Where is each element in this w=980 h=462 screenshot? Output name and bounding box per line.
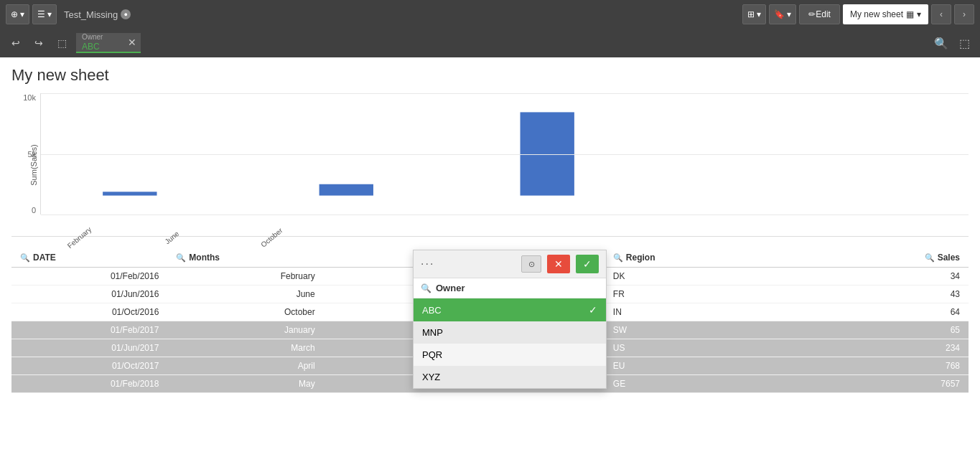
popup-item-label: PQR xyxy=(422,349,442,360)
col-header-sales: 🔍 Sales xyxy=(813,248,969,268)
filter-chip-close-icon[interactable]: ✕ xyxy=(128,37,136,48)
select-area-icon: ⊙ xyxy=(528,260,535,269)
bookmark-dropdown: ▾ xyxy=(787,9,791,19)
chevron-right-icon: › xyxy=(963,9,966,19)
bar-june xyxy=(319,184,373,196)
filter-search-button[interactable]: 🔍 xyxy=(931,33,951,53)
insights-icon: ⊞ xyxy=(747,9,755,19)
cell-region: FR xyxy=(605,286,813,303)
popup-item-label: XYZ xyxy=(422,372,440,382)
edit-label: Edit xyxy=(816,9,831,19)
filter-select-button[interactable]: ⬚ xyxy=(954,33,974,53)
months-search-icon: 🔍 xyxy=(176,253,186,263)
cell-date: 01/Jun/2017 xyxy=(11,339,167,357)
owner-filter-chip[interactable]: Owner ABC ✕ xyxy=(76,33,141,53)
popup-header: ··· ⊙ ✕ ✓ xyxy=(414,250,606,278)
popup-search-bar: 🔍 Owner xyxy=(414,278,606,298)
back-button[interactable]: ↩ xyxy=(6,33,26,53)
cancel-icon: ✕ xyxy=(554,258,563,270)
nav-next-button[interactable]: › xyxy=(954,4,974,24)
popup-search-icon: 🔍 xyxy=(421,283,431,293)
cell-months: May xyxy=(167,375,323,393)
cell-sales: 234 xyxy=(813,339,969,357)
x-label-october: October xyxy=(259,227,284,249)
popup-cancel-button[interactable]: ✕ xyxy=(547,255,570,273)
cell-sales: 64 xyxy=(813,303,969,321)
cell-date: 01/Feb/2018 xyxy=(11,375,167,393)
sheet-tab[interactable]: My new sheet ▦ ▾ xyxy=(843,4,928,24)
cell-sales: 34 xyxy=(813,268,969,286)
popup-confirm-button[interactable]: ✓ xyxy=(576,255,599,273)
bookmark-button[interactable]: 🔖 ▾ xyxy=(769,4,796,24)
lasso-button[interactable]: ⬚ xyxy=(52,33,72,53)
x-label-february: February xyxy=(66,225,93,250)
app-title: Test_Missing ● xyxy=(64,9,131,20)
grid-line-top xyxy=(41,93,969,94)
popup-field-label: Owner xyxy=(436,283,465,293)
cell-region: US xyxy=(605,339,813,357)
popup-list-item[interactable]: PQR xyxy=(414,344,606,366)
region-search-icon: 🔍 xyxy=(613,253,623,263)
cell-months: April xyxy=(167,357,323,375)
sheet-tab-dropdown: ▾ xyxy=(917,9,921,19)
list-icon: ☰ xyxy=(37,9,45,19)
cell-months: October xyxy=(167,303,323,321)
confirm-icon: ✓ xyxy=(583,258,592,270)
months-col-label: Months xyxy=(189,253,220,263)
cell-months: January xyxy=(167,321,323,339)
popup-list-item[interactable]: XYZ xyxy=(414,366,606,388)
y-axis: 10k 5k 0 xyxy=(11,93,40,214)
popup-item-label: ABC xyxy=(422,305,442,316)
popup-list: ABC ✓ MNP PQR XYZ xyxy=(414,298,606,388)
filter-chip-value: ABC xyxy=(82,42,103,52)
nav-prev-button[interactable]: ‹ xyxy=(931,4,951,24)
insights-button[interactable]: ⊞ ▾ xyxy=(742,4,766,24)
cell-date: 01/Oct/2016 xyxy=(11,303,167,321)
chevron-left-icon: ‹ xyxy=(940,9,943,19)
right-toolbar: ⊞ ▾ 🔖 ▾ ✏ Edit My new sheet ▦ ▾ ‹ › xyxy=(742,4,974,24)
bar-february xyxy=(103,192,157,195)
top-toolbar: ⊕ ▾ ☰ ▾ Test_Missing ● ⊞ ▾ 🔖 ▾ ✏ Edit My… xyxy=(0,0,980,29)
hub-icon: ⊕ xyxy=(11,9,18,19)
app-title-text: Test_Missing xyxy=(64,9,118,20)
cell-months: March xyxy=(167,339,323,357)
list-dropdown-icon: ▾ xyxy=(47,9,52,19)
y-label-10k: 10k xyxy=(23,93,36,102)
edit-button[interactable]: ✏ Edit xyxy=(799,4,840,24)
grid-line-bottom xyxy=(41,214,969,215)
cell-date: 01/Oct/2017 xyxy=(11,357,167,375)
cell-date: 01/Feb/2017 xyxy=(11,321,167,339)
col-header-months: 🔍 Months xyxy=(167,248,323,268)
cell-months: February xyxy=(167,268,323,286)
cell-region: IN xyxy=(605,303,813,321)
pencil-icon: ✏ xyxy=(808,9,816,19)
chart-area: Sum(Sales) 10k 5k 0 February June xyxy=(11,93,969,237)
date-col-label: DATE xyxy=(33,253,56,263)
y-label-0: 0 xyxy=(32,206,36,214)
filter-bar: ↩ ↪ ⬚ Owner ABC ✕ 🔍 ⬚ xyxy=(0,29,980,57)
chart-plot: February June October xyxy=(40,93,969,214)
hub-dropdown-icon: ▾ xyxy=(20,9,24,19)
cell-region: DK xyxy=(605,268,813,286)
region-col-label: Region xyxy=(626,253,655,263)
forward-button[interactable]: ↪ xyxy=(29,33,49,53)
date-search-icon: 🔍 xyxy=(20,253,30,263)
popup-list-item[interactable]: ABC ✓ xyxy=(414,298,606,321)
list-view-button[interactable]: ☰ ▾ xyxy=(32,4,57,24)
filter-chip-field-label: Owner xyxy=(82,33,103,41)
cell-sales: 768 xyxy=(813,357,969,375)
cell-sales: 43 xyxy=(813,286,969,303)
cell-sales: 65 xyxy=(813,321,969,339)
sheet-tab-label: My new sheet xyxy=(850,9,903,19)
bookmark-icon: 🔖 xyxy=(774,9,785,19)
grid-line-mid xyxy=(41,154,969,155)
sheet-title: My new sheet xyxy=(11,66,969,85)
app-hub-button[interactable]: ⊕ ▾ xyxy=(6,4,29,24)
popup-select-button[interactable]: ⊙ xyxy=(521,255,541,273)
col-header-region: 🔍 Region xyxy=(605,248,813,268)
y-label-5k: 5k xyxy=(27,150,36,159)
popup-list-item[interactable]: MNP xyxy=(414,321,606,344)
popup-more-options[interactable]: ··· xyxy=(421,258,434,270)
sheet-icon: ▦ xyxy=(906,9,914,19)
cell-months: June xyxy=(167,286,323,303)
